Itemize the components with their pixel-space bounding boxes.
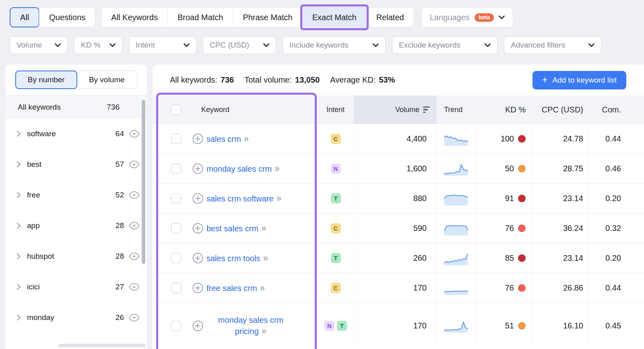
add-keyword-icon[interactable] xyxy=(192,320,203,331)
eye-icon[interactable] xyxy=(129,283,140,291)
eye-icon[interactable] xyxy=(129,314,140,322)
add-keyword-icon[interactable] xyxy=(192,253,203,264)
add-keyword-icon[interactable] xyxy=(192,193,203,204)
sidebar-item-all-keywords[interactable]: All keywords 736 xyxy=(6,96,147,118)
column-header-trend[interactable]: Trend xyxy=(437,96,475,124)
expand-keyword-icon[interactable]: » xyxy=(244,133,249,144)
add-to-keyword-list-label: Add to keyword list xyxy=(553,76,617,85)
filter-kd[interactable]: KD % xyxy=(74,36,122,54)
intent-cell: T xyxy=(317,184,354,213)
by-number-toggle[interactable]: By number xyxy=(15,71,77,89)
filter-label: Include keywords xyxy=(289,41,349,50)
add-keyword-icon[interactable] xyxy=(192,223,203,234)
sort-descending-icon[interactable] xyxy=(423,106,430,113)
table-row: sales crm software» T 880 91 23.14 0.20 xyxy=(153,183,644,213)
row-checkbox[interactable] xyxy=(171,223,181,233)
intent-badge-c: C xyxy=(331,134,341,144)
tab-phrase-match[interactable]: Phrase Match xyxy=(233,8,302,27)
select-all-checkbox[interactable] xyxy=(171,105,181,115)
chevron-right-icon[interactable] xyxy=(16,314,21,322)
filter-exclude-keywords[interactable]: Exclude keywords xyxy=(392,36,497,54)
expand-keyword-icon[interactable]: » xyxy=(260,283,265,293)
keywords-table-panel: All keywords:736Total volume:13,050Avera… xyxy=(153,64,644,349)
eye-icon[interactable] xyxy=(129,191,140,199)
keyword-link[interactable]: sales crm software» xyxy=(206,193,282,204)
row-checkbox[interactable] xyxy=(171,193,181,204)
sidebar-item-icici[interactable]: icici 27 xyxy=(6,272,147,302)
tab-all[interactable]: All xyxy=(10,7,39,27)
sidebar-item-app[interactable]: app 28 xyxy=(6,210,147,241)
keyword-magic-tool: AllQuestions All KeywordsBroad MatchPhra… xyxy=(0,0,644,349)
tab-broad-match[interactable]: Broad Match xyxy=(167,8,233,27)
expand-keyword-icon[interactable]: » xyxy=(262,326,267,336)
kd-value: 100 xyxy=(501,134,514,143)
expand-keyword-icon[interactable]: » xyxy=(263,253,268,263)
group-count: 28 xyxy=(112,221,124,230)
group-label: best xyxy=(27,160,112,169)
cpc-value: 26.86 xyxy=(531,273,588,303)
chevron-right-icon[interactable] xyxy=(16,283,21,291)
group-label: free xyxy=(27,191,112,199)
trend-cell xyxy=(437,273,475,303)
add-keyword-icon[interactable] xyxy=(192,163,203,174)
filter-cpc-usd[interactable]: CPC (USD) xyxy=(203,36,276,54)
keyword-link[interactable]: free sales crm» xyxy=(206,283,265,294)
add-keyword-icon[interactable] xyxy=(192,283,203,293)
chevron-right-icon[interactable] xyxy=(16,222,21,230)
keyword-link[interactable]: sales crm tools» xyxy=(206,253,268,264)
row-checkbox[interactable] xyxy=(171,321,181,331)
sidebar-item-software[interactable]: software 64 xyxy=(6,118,147,149)
by-volume-toggle[interactable]: By volume xyxy=(77,71,137,89)
column-header-keyword[interactable]: Keyword xyxy=(185,96,317,124)
tab-questions[interactable]: Questions xyxy=(39,8,95,27)
filter-volume[interactable]: Volume xyxy=(10,36,68,54)
sidebar-item-hubspot[interactable]: hubspot 28 xyxy=(6,241,147,272)
row-checkbox[interactable] xyxy=(171,134,181,144)
trend-sparkline xyxy=(444,162,469,176)
add-keyword-icon[interactable] xyxy=(192,133,203,144)
chevron-right-icon[interactable] xyxy=(16,160,21,168)
add-to-keyword-list-button[interactable]: + Add to keyword list xyxy=(533,71,626,89)
tab-all-keywords[interactable]: All Keywords xyxy=(101,8,167,27)
eye-icon[interactable] xyxy=(129,160,140,168)
row-checkbox[interactable] xyxy=(171,283,181,293)
filter-include-keywords[interactable]: Include keywords xyxy=(283,36,386,54)
column-header-volume[interactable]: Volume xyxy=(354,96,437,124)
tab-exact-match[interactable]: Exact Match xyxy=(302,8,366,27)
expand-keyword-icon[interactable]: » xyxy=(277,193,282,204)
table-body: sales crm» C 4,400 100 24.78 0.44 monday… xyxy=(153,124,644,348)
filter-intent[interactable]: Intent xyxy=(129,36,196,54)
column-header-cpc[interactable]: CPC (USD) xyxy=(531,96,588,124)
sidebar-item-best[interactable]: best 57 xyxy=(6,149,147,180)
keyword-groups-sidebar: By number By volume All keywords 736 sof… xyxy=(6,64,147,349)
horizontal-scrollbar[interactable] xyxy=(58,344,146,347)
sidebar-item-monday[interactable]: monday 26 xyxy=(6,302,147,333)
languages-dropdown[interactable]: Languages beta xyxy=(421,7,514,27)
chevron-right-icon[interactable] xyxy=(16,130,21,138)
column-header-com[interactable]: Com. xyxy=(588,96,644,124)
keyword-link[interactable]: monday sales crm pricing» xyxy=(206,315,295,337)
column-header-intent[interactable]: Intent xyxy=(317,96,354,124)
kd-cell: 76 xyxy=(475,214,531,243)
keyword-link[interactable]: sales crm» xyxy=(206,133,249,145)
keyword-link[interactable]: monday sales crm» xyxy=(206,163,280,174)
row-checkbox[interactable] xyxy=(171,164,181,174)
keyword-link[interactable]: best sales crm» xyxy=(206,223,266,234)
group-count: 28 xyxy=(112,252,124,261)
tab-label: All Keywords xyxy=(111,13,158,22)
eye-icon[interactable] xyxy=(129,222,140,230)
expand-keyword-icon[interactable]: » xyxy=(275,163,280,174)
eye-icon[interactable] xyxy=(129,252,140,260)
stat-label: Average KD: xyxy=(330,75,376,85)
expand-keyword-icon[interactable]: » xyxy=(261,223,266,233)
sidebar-item-free[interactable]: free 52 xyxy=(6,180,147,210)
chevron-right-icon[interactable] xyxy=(16,252,21,260)
filter-advanced-filters[interactable]: Advanced filters xyxy=(504,36,601,54)
chevron-right-icon[interactable] xyxy=(16,191,21,199)
eye-icon[interactable] xyxy=(129,130,140,138)
column-header-kd[interactable]: KD % xyxy=(475,96,531,124)
tab-related[interactable]: Related xyxy=(366,8,414,27)
tab-label: Questions xyxy=(49,13,85,22)
row-checkbox[interactable] xyxy=(171,253,181,263)
vertical-scrollbar[interactable] xyxy=(142,100,145,264)
